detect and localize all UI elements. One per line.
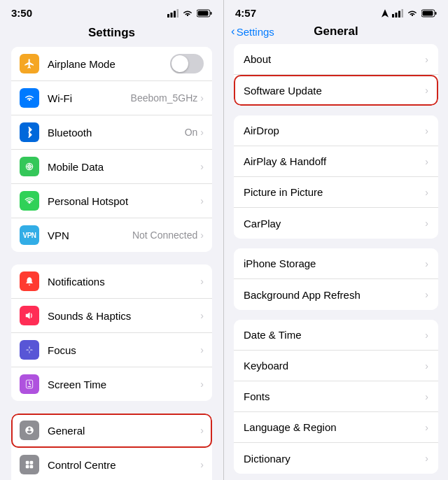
row-screentime[interactable]: Screen Time › bbox=[11, 367, 212, 401]
right-screen-title: General bbox=[314, 24, 358, 38]
screentime-label: Screen Time bbox=[48, 379, 200, 390]
carplay-chevron: › bbox=[425, 218, 428, 229]
screentime-chevron: › bbox=[200, 379, 204, 390]
row-sounds[interactable]: Sounds & Haptics › bbox=[11, 299, 212, 333]
mobiledata-label: Mobile Data bbox=[48, 161, 200, 173]
controlcentre-label: Control Centre bbox=[48, 459, 200, 471]
row-airdrop[interactable]: AirDrop › bbox=[234, 115, 438, 146]
row-wifi[interactable]: Wi-Fi Beebom_5GHz › bbox=[11, 81, 212, 115]
right-nav: ‹ Settings General bbox=[224, 22, 448, 44]
airplane-svg bbox=[24, 58, 35, 69]
controlcentre-icon bbox=[20, 455, 39, 474]
status-icons-left bbox=[167, 9, 212, 17]
row-languageregion[interactable]: Language & Region › bbox=[234, 412, 438, 443]
dictionary-label: Dictionary bbox=[244, 453, 425, 465]
backgroundapprefresh-chevron: › bbox=[425, 289, 428, 300]
row-bluetooth[interactable]: Bluetooth On › bbox=[11, 115, 212, 150]
row-airplane[interactable]: Airplane Mode bbox=[11, 47, 212, 81]
toggle-knob bbox=[172, 55, 188, 72]
row-controlcentre[interactable]: Control Centre › bbox=[11, 448, 212, 480]
status-icons-right bbox=[382, 9, 437, 17]
row-softwareupdate[interactable]: Software Update › bbox=[234, 75, 438, 106]
hotspot-label: Personal Hotspot bbox=[48, 195, 200, 207]
row-fonts[interactable]: Fonts › bbox=[234, 381, 438, 412]
pip-chevron: › bbox=[425, 187, 428, 198]
section-info: About › Software Update › bbox=[234, 44, 438, 106]
right-panel: 4:57 bbox=[224, 0, 448, 480]
row-vpn[interactable]: VPN VPN Not Connected › bbox=[11, 218, 212, 252]
svg-rect-15 bbox=[30, 461, 34, 465]
row-backgroundapprefresh[interactable]: Background App Refresh › bbox=[234, 279, 438, 310]
back-button[interactable]: ‹ Settings bbox=[231, 24, 274, 38]
status-bar-left: 3:50 bbox=[0, 0, 223, 22]
row-keyboard[interactable]: Keyboard › bbox=[234, 351, 438, 381]
general-chevron: › bbox=[200, 425, 204, 436]
signal-icon bbox=[167, 9, 178, 17]
notifications-label: Notifications bbox=[48, 276, 200, 288]
airplay-chevron: › bbox=[425, 156, 428, 167]
languageregion-chevron: › bbox=[425, 422, 428, 433]
airplane-icon bbox=[20, 54, 39, 73]
hotspot-chevron: › bbox=[200, 195, 204, 206]
svg-rect-26 bbox=[398, 10, 400, 17]
svg-rect-27 bbox=[402, 9, 404, 17]
row-carplay[interactable]: CarPlay › bbox=[234, 208, 438, 239]
group-system: General › Control Centre › AA Display & bbox=[11, 414, 212, 480]
datetime-label: Date & Time bbox=[244, 329, 425, 341]
row-notifications[interactable]: Notifications › bbox=[11, 264, 212, 299]
focus-icon bbox=[20, 340, 39, 360]
row-dictionary[interactable]: Dictionary › bbox=[234, 443, 438, 474]
airplane-toggle[interactable] bbox=[170, 54, 204, 73]
row-iphonestorage[interactable]: iPhone Storage › bbox=[234, 248, 438, 279]
softwareupdate-chevron: › bbox=[425, 85, 428, 96]
wifi-row-svg bbox=[24, 94, 35, 102]
focus-svg bbox=[24, 345, 34, 355]
row-hotspot[interactable]: Personal Hotspot › bbox=[11, 184, 212, 218]
softwareupdate-label: Software Update bbox=[244, 85, 425, 97]
signal-icon-right bbox=[392, 9, 403, 17]
svg-rect-29 bbox=[435, 12, 437, 15]
controlcentre-svg bbox=[24, 460, 34, 470]
mobiledata-chevron: › bbox=[200, 161, 204, 172]
airdrop-chevron: › bbox=[425, 125, 428, 136]
notifications-svg bbox=[24, 276, 34, 286]
datetime-chevron: › bbox=[425, 330, 428, 341]
row-datetime[interactable]: Date & Time › bbox=[234, 320, 438, 351]
svg-marker-11 bbox=[26, 312, 30, 318]
fonts-label: Fonts bbox=[244, 390, 425, 402]
location-icon bbox=[382, 9, 388, 17]
row-about[interactable]: About › bbox=[234, 44, 438, 75]
row-focus[interactable]: Focus › bbox=[11, 333, 212, 367]
battery-icon-right bbox=[421, 9, 437, 17]
row-pictureinpicture[interactable]: Picture in Picture › bbox=[234, 177, 438, 208]
mobiledata-svg bbox=[24, 162, 34, 171]
wifi-value: Beebom_5GHz bbox=[131, 92, 198, 104]
vpn-icon: VPN bbox=[20, 225, 39, 245]
svg-rect-14 bbox=[26, 461, 29, 465]
svg-rect-30 bbox=[423, 10, 433, 15]
right-list: About › Software Update › AirDrop › AirP… bbox=[224, 44, 448, 480]
hotspot-svg bbox=[24, 196, 34, 206]
row-airplay[interactable]: AirPlay & Handoff › bbox=[234, 146, 438, 177]
sounds-chevron: › bbox=[200, 310, 204, 321]
row-general[interactable]: General › bbox=[11, 414, 212, 448]
section-connections: AirDrop › AirPlay & Handoff › Picture in… bbox=[234, 115, 438, 239]
back-label: Settings bbox=[237, 26, 274, 38]
vpn-chevron: › bbox=[200, 230, 204, 241]
section-regional: Date & Time › Keyboard › Fonts › Languag… bbox=[234, 320, 438, 474]
svg-rect-25 bbox=[396, 13, 398, 17]
focus-chevron: › bbox=[200, 344, 204, 355]
svg-rect-0 bbox=[167, 14, 169, 17]
row-mobiledata[interactable]: Mobile Data › bbox=[11, 150, 212, 184]
svg-rect-6 bbox=[198, 10, 209, 15]
dictionary-chevron: › bbox=[425, 453, 428, 464]
left-panel: 3:50 Settings bbox=[0, 0, 224, 480]
notifications-icon bbox=[20, 271, 39, 291]
battery-icon bbox=[197, 9, 212, 17]
bluetooth-svg bbox=[25, 127, 34, 138]
controlcentre-chevron: › bbox=[200, 459, 204, 470]
sounds-icon bbox=[20, 306, 39, 325]
settings-list: Airplane Mode Wi-Fi Beebom_5GHz › bbox=[0, 47, 223, 480]
about-chevron: › bbox=[425, 54, 428, 65]
sounds-label: Sounds & Haptics bbox=[48, 310, 200, 322]
